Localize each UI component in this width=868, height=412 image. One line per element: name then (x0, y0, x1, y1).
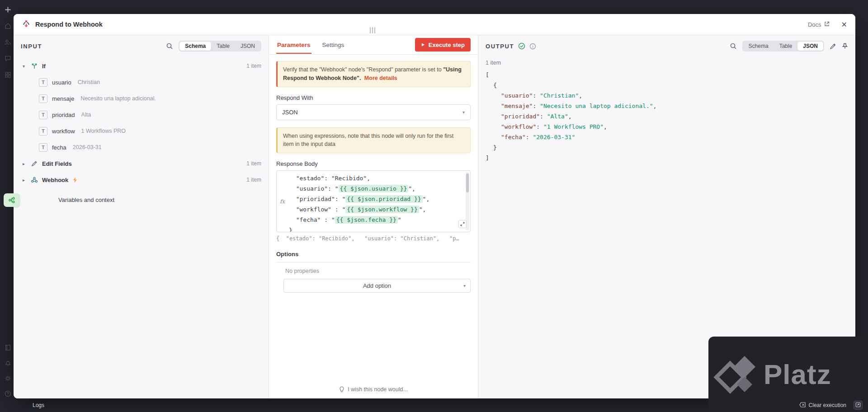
chevron-right-icon[interactable]: ▸ (21, 178, 27, 183)
output-items-count: 1 item (478, 56, 855, 66)
variables-and-context-label: Variables and context (58, 197, 114, 203)
chevron-down-icon[interactable]: ▾ (21, 64, 27, 69)
chevron-down-icon: ▾ (463, 283, 466, 288)
add-option-select[interactable]: Add option ▾ (283, 279, 471, 293)
json-line: ] (486, 153, 848, 163)
more-details-link[interactable]: More details (364, 75, 397, 81)
parameters-scroll-area: Verify that the "Webhook" node's "Respon… (269, 55, 478, 398)
parameters-panel: Parameters Settings Execute step Verify … (269, 35, 478, 398)
sidebar-bottom-group (0, 343, 15, 398)
external-link-icon (824, 21, 830, 28)
gear-icon[interactable] (4, 374, 12, 382)
options-empty-text: No properties (285, 268, 471, 274)
respond-with-value: JSON (282, 109, 298, 116)
node-name: Webhook (42, 177, 68, 183)
tab-table[interactable]: Table (774, 42, 798, 51)
modal-title: Respond to Webhook (35, 21, 103, 28)
webhook-node-icon (30, 176, 38, 184)
search-icon[interactable] (166, 42, 173, 50)
clear-execution-button[interactable]: Clear execution (797, 402, 849, 409)
close-button[interactable]: ✕ (841, 20, 847, 29)
screen: { "icons": { "close": "✕", "chevron_down… (0, 0, 868, 412)
docs-label: Docs (808, 21, 821, 28)
node-name: Edit Fields (42, 160, 72, 167)
docs-link[interactable]: Docs (808, 21, 830, 28)
respond-with-label: Respond With (276, 94, 471, 101)
help-icon[interactable] (4, 389, 12, 398)
add-icon[interactable] (4, 5, 12, 14)
options-section: Options No properties Add option ▾ (276, 251, 471, 293)
output-panel-title: OUTPUT (486, 43, 514, 50)
json-line: } (486, 142, 848, 153)
response-body-editor[interactable]: fx "estado": "Recibido", "usuario": "{{ … (276, 170, 471, 232)
options-label: Options (276, 251, 471, 262)
input-schema-tree: ▾ If 1 item T usuario Christian T mensaj… (14, 56, 269, 207)
json-line: "fecha": "2026-03-31" (486, 132, 848, 142)
book-icon[interactable] (4, 343, 12, 351)
variables-context-tab[interactable] (4, 193, 20, 207)
json-line: "usuario": "Christian", (486, 90, 848, 101)
callout-text: Verify that the "Webhook" node's "Respon… (283, 66, 442, 73)
logs-popout-button[interactable] (854, 401, 863, 410)
respond-to-webhook-node-icon (22, 19, 31, 30)
node-feedback-link[interactable]: I wish this node would... (269, 386, 478, 393)
node-name: If (42, 63, 46, 70)
schema-field-mensaje[interactable]: T mensaje Necesito una laptop adicional. (21, 90, 261, 107)
users-icon[interactable] (4, 38, 12, 46)
logs-toggle[interactable]: Logs (33, 402, 44, 408)
type-string-icon: T (39, 143, 47, 152)
bell-icon[interactable] (4, 359, 12, 367)
variables-and-context[interactable]: Variables and context (21, 192, 261, 207)
tab-schema[interactable]: Schema (743, 42, 774, 51)
chat-icon[interactable] (4, 54, 12, 62)
home-icon[interactable] (4, 22, 12, 30)
variables-icon (8, 197, 15, 204)
json-line: "workflow": "1 Workflows PRO", (486, 122, 848, 132)
tree-node-webhook[interactable]: ▸ Webhook 1 item (21, 172, 261, 188)
tab-schema[interactable]: Schema (179, 42, 211, 51)
field-value: Alta (81, 112, 261, 118)
grid-icon[interactable] (4, 70, 12, 79)
play-icon (421, 42, 425, 47)
expression-preview: { "estado": "Recibido", "usuario": "Chri… (276, 235, 471, 242)
fx-gutter: fx (277, 171, 288, 232)
if-node-icon (30, 62, 38, 70)
tree-node-if[interactable]: ▾ If 1 item (21, 58, 261, 74)
center-panel-header: Parameters Settings Execute step (269, 35, 478, 55)
edit-output-icon[interactable] (830, 43, 836, 50)
schema-field-workflow[interactable]: T workflow 1 Workflows PRO (21, 123, 261, 139)
schema-field-fecha[interactable]: T fecha 2026-03-31 (21, 139, 261, 155)
field-value: 2026-03-31 (73, 144, 261, 150)
expressions-note-callout: When using expressions, note that this n… (276, 127, 471, 154)
panel-drag-handle[interactable] (370, 27, 375, 33)
tab-settings[interactable]: Settings (321, 36, 345, 54)
tab-table[interactable]: Table (211, 42, 235, 51)
webhook-respond-callout: Verify that the "Webhook" node's "Respon… (276, 61, 471, 87)
code-line: } (289, 225, 467, 232)
code-area[interactable]: "estado": "Recibido", "usuario": "{{ $js… (288, 171, 470, 232)
node-item-count: 1 item (246, 177, 261, 183)
input-panel: INPUT Schema Table JSON ▾ If 1 ite (14, 35, 269, 398)
type-string-icon: T (39, 111, 47, 119)
expand-expression-icon[interactable] (458, 220, 467, 228)
tree-node-edit-fields[interactable]: ▸ Edit Fields 1 item (21, 155, 261, 172)
chevron-right-icon[interactable]: ▸ (21, 161, 27, 166)
pop-out-icon (855, 402, 861, 409)
respond-with-select[interactable]: JSON ▾ (276, 104, 471, 120)
search-icon[interactable] (730, 42, 737, 50)
tab-json[interactable]: JSON (797, 42, 823, 51)
tab-json[interactable]: JSON (235, 42, 260, 51)
info-icon[interactable] (529, 43, 536, 50)
schema-field-prioridad[interactable]: T prioridad Alta (21, 107, 261, 123)
scrollbar-thumb[interactable] (466, 173, 469, 192)
field-name: mensaje (52, 95, 74, 102)
code-line: "prioridad": "{{ $json.prioridad }}", (289, 194, 467, 204)
add-option-label: Add option (363, 282, 391, 289)
pin-data-icon[interactable] (842, 43, 848, 49)
execute-step-button[interactable]: Execute step (415, 38, 471, 52)
json-line: "prioridad": "Alta", (486, 111, 848, 122)
field-name: prioridad (52, 112, 75, 118)
node-item-count: 1 item (246, 63, 261, 69)
schema-field-usuario[interactable]: T usuario Christian (21, 74, 261, 90)
tab-parameters[interactable]: Parameters (276, 36, 311, 54)
